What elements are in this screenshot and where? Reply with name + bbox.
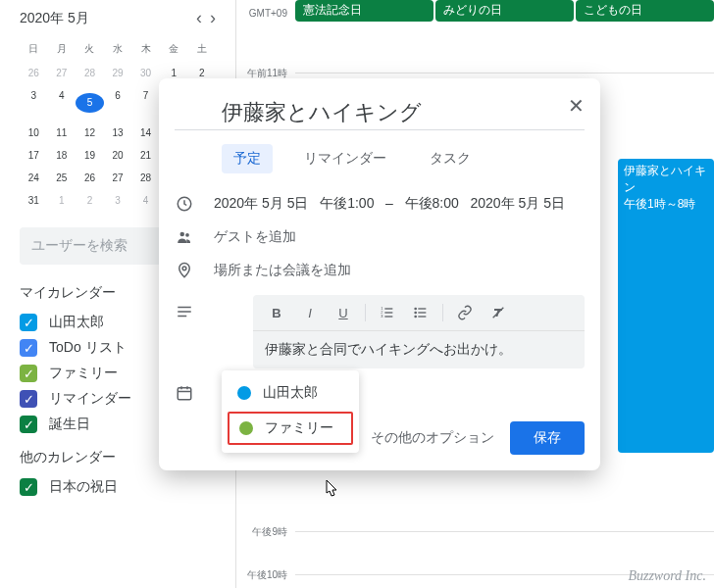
mini-cal-day[interactable]: 14 xyxy=(131,122,160,144)
dropdown-item-family[interactable]: ファミリー xyxy=(228,412,353,445)
mini-cal-day[interactable]: 4 xyxy=(131,189,160,212)
svg-point-2 xyxy=(185,233,189,237)
dash: – xyxy=(385,195,393,211)
mini-cal-day[interactable]: 30 xyxy=(131,62,160,84)
time-end: 午後8:00 xyxy=(405,195,459,211)
svg-rect-17 xyxy=(418,312,426,313)
mini-cal-day[interactable]: 2 xyxy=(76,189,104,212)
description-text[interactable]: 伊藤家と合同でハイキングへお出かけ。 xyxy=(253,331,585,368)
checkbox-icon[interactable]: ✓ xyxy=(20,416,37,433)
date-start: 2020年 5月 5日 xyxy=(214,195,309,211)
notes-icon xyxy=(175,303,194,320)
tab-reminder[interactable]: リマインダー xyxy=(292,144,398,173)
link-button[interactable] xyxy=(451,301,479,324)
calendar-label: ファミリー xyxy=(49,365,118,382)
mini-cal-day[interactable]: 28 xyxy=(76,62,104,84)
mini-cal-day[interactable]: 28 xyxy=(131,167,160,189)
location-placeholder: 場所または会議を追加 xyxy=(214,262,585,279)
mini-cal-day[interactable]: 26 xyxy=(76,167,104,189)
weekday-label: 火 xyxy=(76,36,104,62)
tabs: 予定 リマインダー タスク xyxy=(222,144,585,173)
mini-calendar-title: 2020年 5月 xyxy=(20,10,89,27)
location-row[interactable]: 場所または会議を追加 xyxy=(175,254,585,287)
chevron-left-icon[interactable]: ‹ xyxy=(196,8,202,28)
svg-point-1 xyxy=(180,232,185,237)
mini-cal-day[interactable]: 24 xyxy=(20,167,48,189)
underline-button[interactable]: U xyxy=(330,301,357,324)
allday-event[interactable]: みどりの日 xyxy=(435,0,574,22)
guests-row[interactable]: ゲストを追加 xyxy=(175,220,585,254)
mini-cal-day[interactable]: 18 xyxy=(48,144,76,167)
mini-cal-day[interactable]: 25 xyxy=(48,167,76,189)
mini-cal-day[interactable]: 20 xyxy=(104,144,132,167)
clock-icon xyxy=(175,195,194,213)
tab-event[interactable]: 予定 xyxy=(222,144,273,173)
more-options-link[interactable]: その他のオプション xyxy=(371,429,494,447)
datetime-row[interactable]: 2020年 5月 5日 午後1:00 – 午後8:00 2020年 5月 5日 xyxy=(175,187,585,220)
calendar-label: 山田太郎 xyxy=(49,314,104,331)
mini-cal-day[interactable]: 4 xyxy=(48,84,76,122)
svg-point-3 xyxy=(182,267,186,270)
dropdown-item-yamada[interactable]: 山田太郎 xyxy=(222,376,359,410)
checkbox-icon[interactable]: ✓ xyxy=(20,365,37,382)
chevron-right-icon[interactable]: › xyxy=(210,8,216,28)
svg-rect-5 xyxy=(178,311,191,313)
mini-cal-day[interactable]: 27 xyxy=(48,62,76,84)
bullet-list-button[interactable] xyxy=(407,301,434,324)
mini-cal-day[interactable]: 13 xyxy=(104,122,132,144)
weekday-label: 日 xyxy=(20,36,48,62)
allday-event[interactable]: こどもの日 xyxy=(576,0,714,22)
event-block[interactable]: 伊藤家とハイキン 午後1時～8時 xyxy=(618,159,714,453)
italic-button[interactable]: I xyxy=(296,301,324,324)
mini-cal-day[interactable]: 3 xyxy=(104,189,132,212)
checkbox-icon[interactable]: ✓ xyxy=(20,314,37,331)
mini-cal-day[interactable]: 7 xyxy=(131,84,160,122)
description-row: B I U 123 伊藤家と合同でハイキングへお出かけ。 xyxy=(175,287,585,376)
mini-cal-day[interactable]: 6 xyxy=(104,84,132,122)
color-dot-blue xyxy=(237,386,251,400)
svg-rect-8 xyxy=(384,312,392,313)
svg-rect-9 xyxy=(384,316,392,317)
mini-cal-day[interactable]: 27 xyxy=(104,167,132,189)
allday-row: 憲法記念日みどりの日こどもの日 xyxy=(295,0,714,22)
allday-event[interactable]: 憲法記念日 xyxy=(295,0,434,22)
people-icon xyxy=(175,228,194,246)
mini-cal-day[interactable]: 1 xyxy=(48,189,76,212)
hour-line xyxy=(295,531,714,532)
mini-calendar-nav: ‹ › xyxy=(196,8,216,28)
calendar-label: 日本の祝日 xyxy=(49,478,118,496)
close-icon[interactable]: ✕ xyxy=(564,90,588,122)
mini-cal-day[interactable]: 3 xyxy=(20,84,48,122)
svg-point-14 xyxy=(414,312,417,315)
mini-cal-day[interactable]: 10 xyxy=(20,122,48,144)
checkbox-icon[interactable]: ✓ xyxy=(20,478,37,496)
calendar-item[interactable]: ✓日本の祝日 xyxy=(20,474,216,500)
event-title-input[interactable] xyxy=(175,94,585,130)
mini-cal-day[interactable]: 26 xyxy=(20,62,48,84)
mini-cal-day[interactable]: 29 xyxy=(104,62,132,84)
tab-task[interactable]: タスク xyxy=(418,144,483,173)
mini-cal-day[interactable]: 12 xyxy=(76,122,104,144)
location-icon xyxy=(175,262,194,279)
bold-button[interactable]: B xyxy=(263,301,290,324)
format-toolbar: B I U 123 xyxy=(253,295,585,331)
svg-rect-16 xyxy=(418,308,426,309)
mini-cal-day[interactable]: 11 xyxy=(48,122,76,144)
numbered-list-button[interactable]: 123 xyxy=(374,301,401,324)
event-editor-modal: ✕ 予定 リマインダー タスク 2020年 5月 5日 午後1:00 – 午後8… xyxy=(159,78,600,470)
mini-cal-day[interactable]: 5 xyxy=(76,84,104,122)
event-title: 伊藤家とハイキン xyxy=(624,163,708,196)
clear-format-button[interactable] xyxy=(484,301,512,324)
calendar-select-row[interactable]: 山田太郎 ファミリー xyxy=(175,376,585,410)
checkbox-icon[interactable]: ✓ xyxy=(20,390,37,408)
svg-rect-7 xyxy=(384,308,392,309)
calendar-label: ToDo リスト xyxy=(49,339,127,357)
mini-cal-day[interactable]: 17 xyxy=(20,144,48,167)
mini-cal-day[interactable]: 19 xyxy=(76,144,104,167)
weekday-label: 金 xyxy=(160,36,188,62)
timezone-label: GMT+09 xyxy=(236,8,295,19)
save-button[interactable]: 保存 xyxy=(510,421,585,455)
mini-cal-day[interactable]: 31 xyxy=(20,189,48,212)
checkbox-icon[interactable]: ✓ xyxy=(20,339,37,357)
mini-cal-day[interactable]: 21 xyxy=(131,144,160,167)
